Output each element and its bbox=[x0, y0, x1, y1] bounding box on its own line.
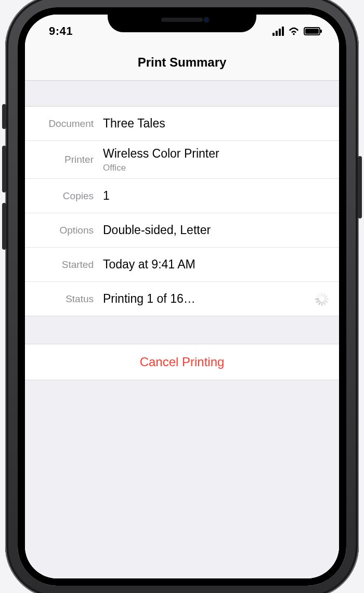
label-printer: Printer bbox=[25, 154, 103, 165]
value-document: Three Tales bbox=[103, 116, 329, 131]
value-printer: Wireless Color Printer Office bbox=[103, 146, 329, 173]
value-printer-name: Wireless Color Printer bbox=[103, 147, 219, 160]
wifi-icon bbox=[288, 25, 300, 37]
label-options: Options bbox=[25, 225, 103, 236]
row-started: Started Today at 9:41 AM bbox=[25, 248, 339, 282]
page-title: Print Summary bbox=[138, 55, 227, 69]
cancel-printing-button[interactable]: Cancel Printing bbox=[25, 344, 339, 380]
volume-up-button bbox=[2, 146, 6, 192]
summary-list: Document Three Tales Printer Wireless Co… bbox=[25, 107, 339, 316]
value-printer-location: Office bbox=[103, 162, 329, 173]
section-gap bbox=[25, 316, 339, 344]
volume-down-button bbox=[2, 203, 6, 250]
empty-area bbox=[25, 380, 339, 578]
battery-icon bbox=[304, 27, 320, 35]
row-printer: Printer Wireless Color Printer Office bbox=[25, 141, 339, 179]
value-started: Today at 9:41 AM bbox=[103, 257, 329, 272]
row-document: Document Three Tales bbox=[25, 107, 339, 141]
cancel-printing-label: Cancel Printing bbox=[140, 355, 225, 369]
section-spacer bbox=[25, 81, 339, 107]
row-status: Status Printing 1 of 16… bbox=[25, 282, 339, 316]
row-options: Options Double-sided, Letter bbox=[25, 213, 339, 248]
loading-spinner-icon bbox=[315, 292, 329, 306]
screen-bezel: 9:41 Print Summary Document bbox=[18, 7, 346, 586]
value-options: Double-sided, Letter bbox=[103, 223, 329, 238]
speaker-grille bbox=[161, 18, 203, 22]
label-document: Document bbox=[25, 118, 103, 130]
status-indicators bbox=[272, 25, 320, 37]
phone-frame: 9:41 Print Summary Document bbox=[5, 0, 359, 593]
status-time: 9:41 bbox=[44, 24, 73, 38]
mute-switch bbox=[2, 104, 6, 129]
row-copies: Copies 1 bbox=[25, 179, 339, 213]
side-button bbox=[358, 156, 362, 218]
value-status: Printing 1 of 16… bbox=[103, 291, 315, 306]
nav-bar: Print Summary bbox=[25, 48, 339, 81]
value-copies: 1 bbox=[103, 188, 329, 203]
label-started: Started bbox=[25, 259, 103, 270]
label-copies: Copies bbox=[25, 190, 103, 202]
cellular-icon bbox=[272, 27, 284, 36]
notch bbox=[108, 7, 256, 32]
label-status: Status bbox=[25, 293, 103, 305]
screen: 9:41 Print Summary Document bbox=[25, 15, 339, 578]
front-camera bbox=[203, 17, 210, 23]
